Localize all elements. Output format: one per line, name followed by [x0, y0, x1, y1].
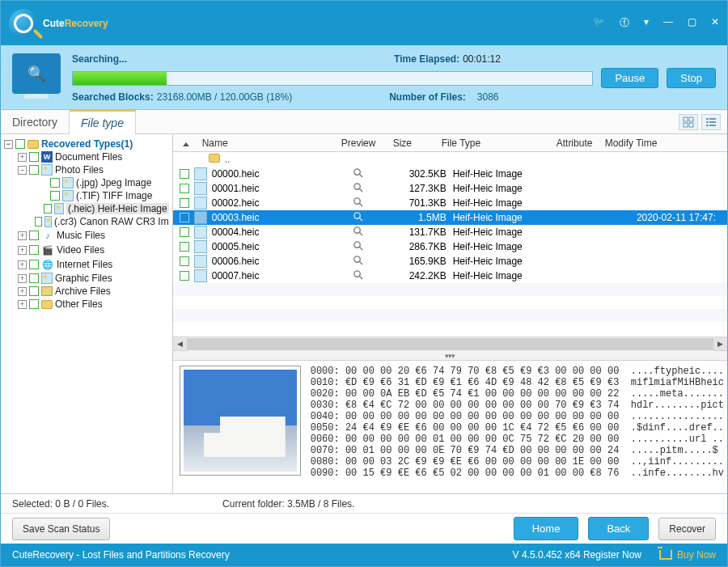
svg-rect-0	[684, 117, 688, 121]
file-name: 00001.heic	[212, 183, 353, 194]
version-label[interactable]: V 4.5.0.452 x64 Register Now	[513, 549, 641, 561]
app-name-part2: Recovery	[65, 18, 108, 29]
preview-divider[interactable]: ▾▾▾	[173, 350, 727, 361]
grid-view-button[interactable]	[679, 114, 698, 130]
preview-icon[interactable]	[353, 182, 404, 195]
file-name: 00007.heic	[212, 270, 353, 281]
preview-icon[interactable]	[353, 167, 404, 180]
file-row[interactable]: 00001.heic127.3KBHeif-Heic Image	[173, 181, 727, 196]
col-attribute[interactable]: Attribute	[557, 138, 605, 149]
file-icon	[194, 197, 207, 209]
cart-icon	[659, 550, 672, 560]
dropdown-icon[interactable]: ▾	[644, 16, 649, 30]
file-row[interactable]: 00006.heic165.9KBHeif-Heic Image	[173, 254, 727, 269]
file-row[interactable]: 00007.heic242.2KBHeif-Heic Image	[173, 269, 727, 283]
tree-cr3[interactable]: (.cr3) Canon RAW CR3 Im	[4, 215, 169, 228]
file-checkbox[interactable]	[180, 213, 189, 222]
number-of-files-label: Number of Files:	[389, 91, 466, 103]
file-size: 242.2KB	[404, 270, 453, 281]
svg-line-25	[359, 276, 362, 279]
selection-status-bar: Selected: 0 B / 0 Files. Current folder:…	[1, 493, 727, 513]
tab-file-type[interactable]: File type	[70, 110, 136, 135]
monitor-icon: 🔍	[12, 53, 61, 94]
list-view-button[interactable]	[701, 114, 721, 130]
horizontal-scrollbar[interactable]: ◀ ▶	[173, 336, 727, 350]
file-row[interactable]: 00005.heic286.7KBHeif-Heic Image	[173, 239, 727, 254]
tab-directory[interactable]: Directory	[1, 111, 70, 133]
svg-rect-5	[709, 118, 716, 120]
file-size: 701.3KB	[404, 197, 453, 209]
preview-icon[interactable]	[353, 255, 404, 268]
file-checkbox[interactable]	[180, 227, 189, 237]
tree-tif[interactable]: (.TIF) TIFF Image	[4, 189, 169, 202]
minimize-icon[interactable]: —	[663, 16, 673, 30]
svg-point-10	[354, 169, 360, 175]
twitter-icon[interactable]: 🐦	[593, 16, 605, 30]
file-checkbox[interactable]	[180, 271, 189, 281]
col-preview[interactable]: Preview	[341, 138, 393, 149]
buy-now-link[interactable]: Buy Now	[659, 549, 716, 561]
back-button[interactable]: Back	[588, 517, 649, 540]
col-name[interactable]: Name	[202, 138, 341, 149]
tree-heic[interactable]: (.heic) Heif-Heic Image	[4, 202, 169, 215]
tree-root[interactable]: −Recovered Types(1)	[4, 138, 169, 150]
archive-icon	[41, 286, 53, 296]
image-icon	[54, 203, 64, 214]
tree-music-files[interactable]: +♪Music Files	[4, 228, 169, 243]
file-checkbox[interactable]	[180, 256, 189, 266]
chevron-down-icon: ▾▾▾	[445, 352, 455, 360]
svg-point-18	[354, 227, 360, 233]
svg-line-15	[359, 203, 362, 206]
file-checkbox[interactable]	[180, 184, 189, 193]
pause-button[interactable]: Pause	[601, 68, 658, 88]
file-row[interactable]: 00000.heic302.5KBHeif-Heic Image	[173, 167, 727, 181]
tree-graphic-files[interactable]: +Graphic Files	[4, 272, 169, 285]
facebook-icon[interactable]: ⓕ	[620, 16, 629, 30]
file-checkbox[interactable]	[180, 198, 189, 208]
col-modify-time[interactable]: Modify Time	[605, 138, 727, 149]
file-checkbox[interactable]	[180, 242, 189, 252]
close-icon[interactable]: ✕	[711, 16, 719, 30]
file-icon	[194, 167, 207, 180]
file-type: Heif-Heic Image	[453, 197, 568, 209]
preview-icon[interactable]	[353, 226, 404, 239]
scroll-left-icon[interactable]: ◀	[173, 337, 187, 351]
recover-button[interactable]: Recover	[658, 518, 716, 540]
empty-row	[173, 322, 727, 335]
current-folder-status: Current folder: 3.5MB / 8 Files.	[222, 498, 354, 510]
file-checkbox[interactable]	[180, 169, 189, 179]
scroll-right-icon[interactable]: ▶	[713, 337, 727, 351]
svg-rect-4	[706, 118, 709, 120]
svg-point-12	[354, 184, 360, 189]
tree-archive-files[interactable]: +Archive Files	[4, 285, 169, 298]
home-button[interactable]: Home	[514, 517, 579, 540]
time-elapsed-value: 00:01:12	[463, 53, 501, 65]
file-row[interactable]: 00003.heic1.5MBHeif-Heic Image2020-02-11…	[173, 210, 727, 225]
preview-icon[interactable]	[353, 211, 404, 224]
file-icon	[194, 255, 207, 268]
preview-icon[interactable]	[353, 197, 404, 209]
svg-point-16	[354, 213, 360, 218]
file-row[interactable]: 00002.heic701.3KBHeif-Heic Image	[173, 196, 727, 210]
preview-icon[interactable]	[353, 269, 404, 282]
sort-up-icon[interactable]	[183, 142, 189, 146]
svg-rect-1	[689, 117, 693, 121]
app-tagline: CuteRecovery - Lost Files and Partitions…	[12, 549, 230, 561]
parent-dir-row[interactable]: ..	[173, 152, 727, 167]
stop-button[interactable]: Stop	[667, 68, 716, 88]
preview-icon[interactable]	[353, 240, 404, 253]
folder-icon	[209, 154, 220, 163]
tree-video-files[interactable]: +🎬Video Files	[4, 243, 169, 257]
tree-jpg[interactable]: (.jpg) Jpeg Image	[4, 176, 169, 189]
preview-dock: 0000: 00 00 00 20 €6 74 79 70 €8 €5 €9 €…	[173, 361, 727, 493]
tree-other-files[interactable]: +Other Files	[4, 298, 169, 311]
col-type[interactable]: File Type	[442, 138, 557, 149]
tree-document-files[interactable]: +WDocument Files	[4, 150, 169, 163]
save-scan-status-button[interactable]: Save Scan Status	[12, 518, 110, 540]
col-size[interactable]: Size	[393, 138, 442, 149]
tree-photo-files[interactable]: −Photo Files	[4, 163, 169, 176]
tree-internet-files[interactable]: +🌐Internet Files	[4, 257, 169, 272]
file-row[interactable]: 00004.heic131.7KBHeif-Heic Image	[173, 225, 727, 239]
maximize-icon[interactable]: ▢	[688, 16, 696, 30]
scroll-thumb[interactable]	[187, 338, 713, 350]
